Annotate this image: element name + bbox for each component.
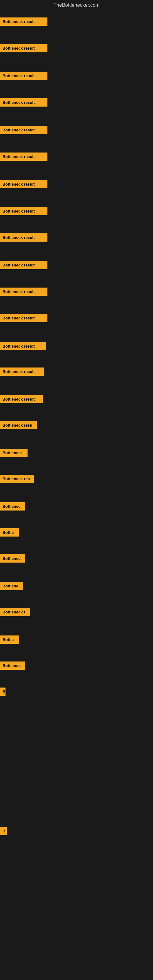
bottleneck-result-4: Bottleneck result [0, 126, 48, 134]
bottleneck-result-12: Bottleneck result [0, 342, 46, 350]
bottleneck-result-24: Bottlenec [0, 662, 25, 670]
bottleneck-result-13: Bottleneck result [0, 368, 45, 376]
bottleneck-result-3: Bottleneck result [0, 98, 48, 107]
bottleneck-result-25: B [0, 687, 5, 696]
bottleneck-result-8: Bottleneck result [0, 233, 48, 242]
bottleneck-result-17: Bottleneck res [0, 475, 33, 483]
bottleneck-result-22: Bottleneck r [0, 608, 30, 616]
bottleneck-result-11: Bottleneck result [0, 314, 48, 322]
bottleneck-result-14: Bottleneck result [0, 395, 43, 403]
bottleneck-result-18: Bottlenec [0, 502, 25, 511]
bottleneck-result-6: Bottleneck result [0, 180, 48, 188]
bottleneck-result-0: Bottleneck result [0, 18, 48, 26]
bottleneck-result-15: Bottleneck resu [0, 421, 37, 430]
bottleneck-result-9: Bottleneck result [0, 261, 48, 269]
bottleneck-result-10: Bottleneck result [0, 288, 48, 296]
bottleneck-result-7: Bottleneck result [0, 207, 48, 215]
bottleneck-result-2: Bottleneck result [0, 72, 48, 80]
site-title: TheBottlenecker.com [0, 0, 153, 10]
bottleneck-result-19: Bottle [0, 528, 19, 536]
bottleneck-result-26: B [0, 827, 7, 835]
bottleneck-result-23: Bottle [0, 635, 19, 644]
bottleneck-result-20: Bottlenec [0, 554, 25, 563]
bottleneck-result-21: Bottlene [0, 582, 22, 590]
bottleneck-result-1: Bottleneck result [0, 44, 48, 52]
bottleneck-result-5: Bottleneck result [0, 153, 48, 161]
bottleneck-result-16: Bottleneck [0, 449, 27, 457]
